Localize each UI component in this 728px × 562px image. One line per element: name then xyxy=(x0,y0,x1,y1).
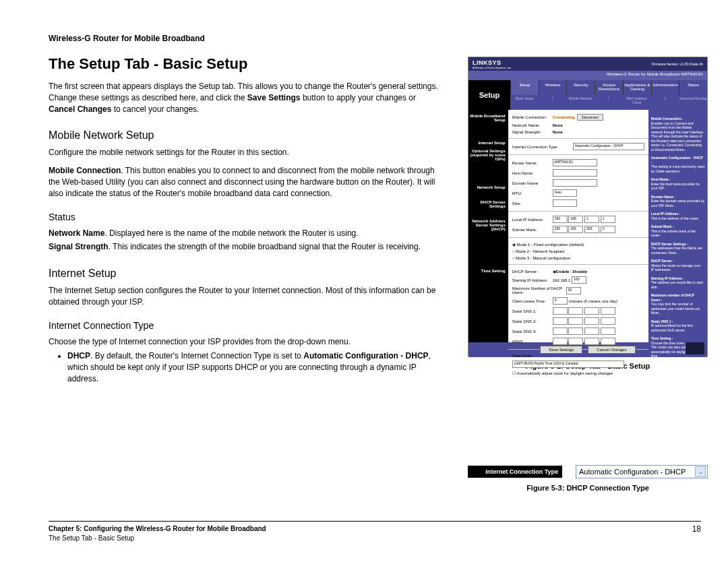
wins-oct[interactable] xyxy=(584,338,599,345)
linksys-logo: LINKSYS xyxy=(473,59,502,66)
disconnect-button[interactable]: Disconnect xyxy=(577,114,603,121)
left-section-optional: Optional Settings (required by some ISPs… xyxy=(468,149,506,161)
max-label: Maximum Number of DHCP Users: xyxy=(512,286,566,294)
radio-icon[interactable]: ○ xyxy=(512,249,515,253)
mobile-desc: Configure the mobile network settings fo… xyxy=(49,147,439,158)
tab-status[interactable]: Status xyxy=(679,80,707,95)
tab-access-restrictions[interactable]: Access Restrictions xyxy=(595,80,623,95)
tz-label: Time Zone: xyxy=(512,354,553,358)
domain-name-input[interactable] xyxy=(553,179,597,187)
tz-chk-label: Automatically adjust clock for daylight … xyxy=(516,371,613,375)
subtab-adv-routing[interactable]: Advanced Routing xyxy=(679,95,707,104)
signal-strength-text: . This indicates the strength of the mob… xyxy=(109,242,421,251)
network-name-label: Network Name xyxy=(49,228,104,238)
dns-oct[interactable] xyxy=(568,307,583,315)
signal-strength-label: Signal Strength xyxy=(49,242,109,251)
subtab-basic-setup[interactable]: Basic Setup xyxy=(510,95,539,104)
sip-input[interactable]: 100 xyxy=(572,276,586,284)
dns3-label: Static DNS 3: xyxy=(512,330,553,334)
nn-label: Network Name: xyxy=(512,123,553,127)
help-item: Local IP Address :This is the address of… xyxy=(651,212,704,220)
dns1-label: Static DNS 1: xyxy=(512,309,553,313)
ict-select[interactable]: Automatic Configuration - DHCP xyxy=(573,143,644,150)
help-item: Mobile Connection :Enables you to Connec… xyxy=(651,117,704,152)
sip-label: Starting IP Address: xyxy=(512,278,553,282)
mobile-connection-label: Mobile Connection xyxy=(49,166,121,175)
cancel-changes-button[interactable]: Cancel Changes xyxy=(588,346,635,354)
mode2-label: Mode 2 - Network Supplied xyxy=(516,249,564,253)
size-input[interactable] xyxy=(553,199,577,207)
clt-label: Client Lease Time: xyxy=(512,299,553,303)
model-line: Wireless-G Router for Mobile Broadband W… xyxy=(468,71,707,80)
sm-oct3[interactable]: 255 xyxy=(584,226,599,233)
dns-oct[interactable] xyxy=(553,307,568,315)
left-section-network: Network Setup xyxy=(468,185,506,189)
subtab-mac-clone[interactable]: MAC Address Clone xyxy=(623,95,651,104)
lip-oct4[interactable]: 1 xyxy=(601,216,615,223)
subtab-divider: | xyxy=(539,95,567,104)
dns-oct[interactable] xyxy=(568,327,583,335)
router-name-input[interactable]: WRT54G3G xyxy=(553,159,597,166)
intro-paragraph: The first screen that appears displays t… xyxy=(49,81,439,115)
ss-label: Signal Strength: xyxy=(512,130,553,134)
dns-oct[interactable] xyxy=(584,327,599,335)
lip-oct2[interactable]: 168 xyxy=(568,216,583,223)
tab-setup[interactable]: Setup xyxy=(510,80,539,95)
tz-select[interactable]: (GMT-08:00) Pacific Time (USA & Canada) xyxy=(512,361,624,368)
radio-icon[interactable]: ◉ xyxy=(512,242,516,247)
dns-oct[interactable] xyxy=(601,307,615,315)
dns-oct[interactable] xyxy=(584,317,599,325)
chevron-down-icon[interactable]: ⌄ xyxy=(695,466,706,477)
wins-oct[interactable] xyxy=(553,338,568,345)
dns-oct[interactable] xyxy=(553,327,568,335)
ict-label-mini: Internet Connection Type xyxy=(512,145,573,149)
wins-oct[interactable] xyxy=(601,338,615,345)
radio-icon[interactable]: ○ xyxy=(512,256,515,260)
tab-applications-gaming[interactable]: Applications & Gaming xyxy=(623,80,651,95)
dns-oct[interactable] xyxy=(601,317,615,325)
doc-header: Wireless-G Router for Mobile Broadband xyxy=(49,34,701,43)
sm-oct4[interactable]: 0 xyxy=(601,226,615,233)
figure-router-screenshot: LINKSYS A Division of Cisco Systems, Inc… xyxy=(468,57,708,356)
mtu-select[interactable]: Auto xyxy=(553,189,577,197)
dns-oct[interactable] xyxy=(601,327,615,335)
footer-chapter: Chapter 5: Configuring the Wireless-G Ro… xyxy=(49,524,266,534)
save-settings-button[interactable]: Save Settings xyxy=(540,346,582,354)
fig2-ict-select[interactable]: Automatic Configuration - DHCP ⌄ xyxy=(576,465,708,478)
tab-wireless[interactable]: Wireless xyxy=(539,80,567,95)
subtab-mobile-network[interactable]: Mobile Network xyxy=(566,95,595,104)
tab-administration[interactable]: Administration xyxy=(651,80,679,95)
dns-oct[interactable] xyxy=(553,317,568,325)
page-number: 18 xyxy=(692,524,701,543)
mode1-label: Mode 1 - Fixed configuration (default) xyxy=(516,243,584,247)
tab-security[interactable]: Security xyxy=(566,80,595,95)
wins-oct[interactable] xyxy=(568,338,583,345)
max-input[interactable]: 50 xyxy=(566,287,581,294)
subtab-divider: | xyxy=(595,95,623,104)
dns2-label: Static DNS 2: xyxy=(512,319,553,323)
host-name-input[interactable] xyxy=(553,169,597,177)
dhcp-srv-label: DHCP Server: xyxy=(512,270,553,274)
clt-input[interactable]: 0 xyxy=(553,297,568,305)
dhcp-autoconfig-bold: Automatic Configuration - DHCP xyxy=(303,351,428,361)
help-item: Maximum number of DHCP Users :You may li… xyxy=(651,293,704,315)
dns-oct[interactable] xyxy=(568,317,583,325)
sm-oct1[interactable]: 255 xyxy=(553,226,568,233)
help-item: Static DNS 1 :IP address/Mask for the fi… xyxy=(651,319,704,333)
intro-save-settings: Save Settings xyxy=(247,93,301,102)
sm-oct2[interactable]: 255 xyxy=(568,226,583,233)
brand-sub: A Division of Cisco Systems, Inc. xyxy=(473,66,512,69)
lip-oct1[interactable]: 192 xyxy=(553,216,568,223)
left-section-time: Time Setting xyxy=(468,269,506,273)
checkbox-icon[interactable]: ☐ xyxy=(512,371,516,375)
mc-value: Connecting xyxy=(553,115,575,119)
dns-oct[interactable] xyxy=(584,307,599,315)
figure2-caption: Figure 5-3: DHCP Connection Type xyxy=(468,484,708,492)
left-section-mobile: Mobile Broadband Setup xyxy=(468,114,506,122)
left-section-nas: Network Address Server Settings (DHCP) xyxy=(468,219,506,231)
help-panel: Mobile Connection :Enables you to Connec… xyxy=(648,110,707,342)
cisco-logo-icon xyxy=(686,342,704,354)
lip-oct3[interactable]: 1 xyxy=(584,216,599,223)
help-item: DHCP Server Settings :The addresses how … xyxy=(651,242,704,255)
left-section-dhcp-server: DHCP Server Settings xyxy=(468,200,506,208)
